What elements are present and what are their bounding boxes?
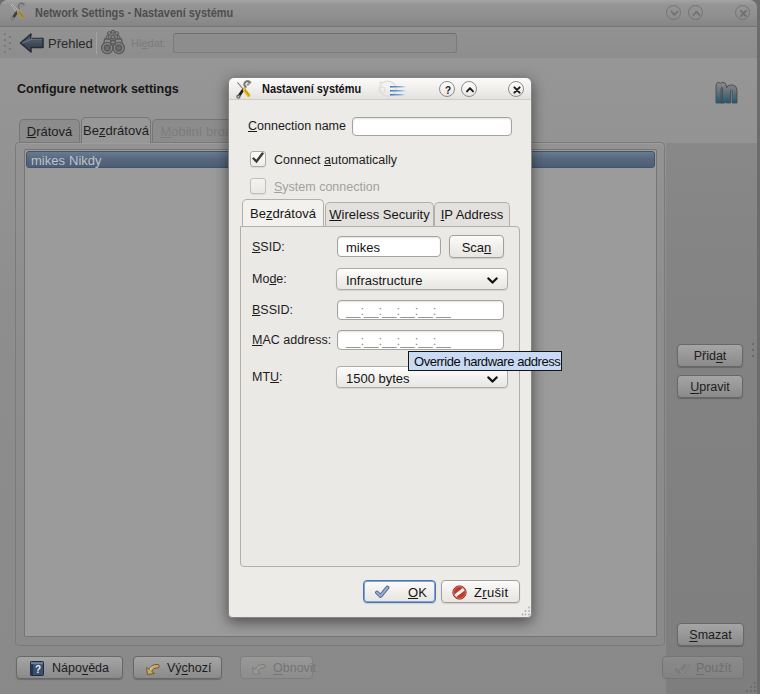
svg-text:?: ?	[35, 664, 41, 675]
svg-text:?: ?	[445, 85, 451, 96]
